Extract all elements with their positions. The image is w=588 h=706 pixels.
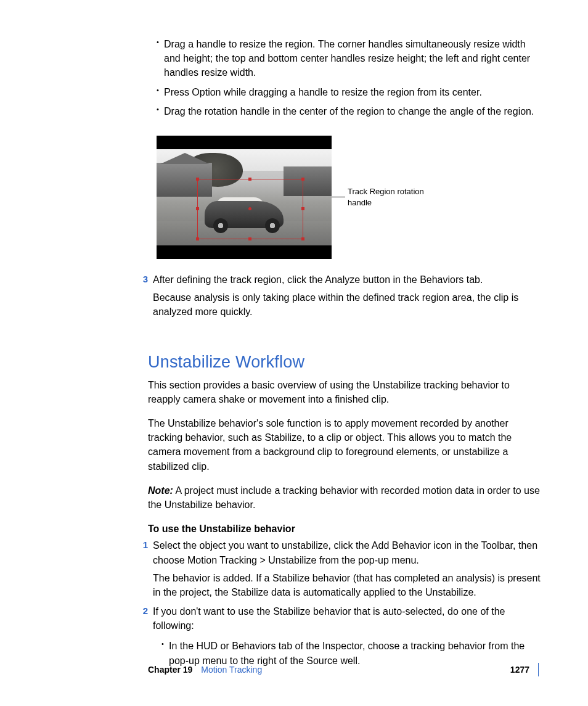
note-text: A project must include a tracking behavi…	[148, 485, 540, 510]
step-body: Select the object you want to unstabiliz…	[148, 538, 542, 599]
bullet-text: Drag the rotation handle in the center o…	[164, 104, 542, 118]
step-text: Select the object you want to unstabiliz…	[153, 538, 542, 567]
body-paragraph: This section provides a basic overview o…	[148, 378, 542, 406]
bullet-text: Drag a handle to resize the region. The …	[164, 37, 542, 80]
step-text: The behavior is added. If a Stabilize be…	[153, 571, 542, 599]
step-number: 3	[138, 273, 148, 319]
procedure-heading: To use the Unstabilize behavior	[148, 522, 542, 536]
screenshot-image	[157, 136, 332, 259]
bullet-item: • Drag the rotation handle in the center…	[157, 104, 542, 118]
figure-row: Track Region rotation handle	[157, 136, 542, 259]
note-label: Note:	[148, 485, 173, 496]
step-number: 1	[138, 538, 148, 599]
page-content: • Drag a handle to resize the region. Th…	[148, 37, 542, 673]
callout-leader-line	[332, 197, 345, 197]
bullet-icon: •	[157, 37, 164, 80]
step-text: Because analysis is only taking place wi…	[153, 290, 542, 319]
photo-area	[157, 149, 332, 245]
footer-page-number: 1277	[510, 663, 529, 676]
bullet-icon: •	[157, 85, 164, 99]
numbered-step: 3 After defining the track region, click…	[138, 273, 542, 319]
numbered-step: 1 Select the object you want to unstabil…	[138, 538, 542, 599]
bullet-text: Press Option while dragging a handle to …	[164, 85, 542, 99]
callout-label: Track Region rotation handle	[348, 186, 440, 208]
bullet-item: • Drag a handle to resize the region. Th…	[157, 37, 542, 80]
step-body: After defining the track region, click t…	[148, 273, 542, 319]
section-heading: Unstabilize Workflow	[148, 350, 542, 374]
bullet-icon: •	[157, 104, 164, 118]
step-text: If you don't want to use the Stabilize b…	[153, 604, 542, 633]
step-text: After defining the track region, click t…	[153, 273, 542, 287]
note-paragraph: Note: A project must include a tracking …	[148, 483, 542, 512]
bullet-item: • Press Option while dragging a handle t…	[157, 85, 542, 99]
footer-title: Motion Tracking	[201, 663, 262, 676]
track-region-overlay	[197, 179, 303, 239]
body-paragraph: The Unstabilize behavior's sole function…	[148, 416, 542, 474]
page-footer: Chapter 19 Motion Tracking 1277	[49, 663, 539, 676]
footer-chapter: Chapter 19	[148, 663, 192, 676]
